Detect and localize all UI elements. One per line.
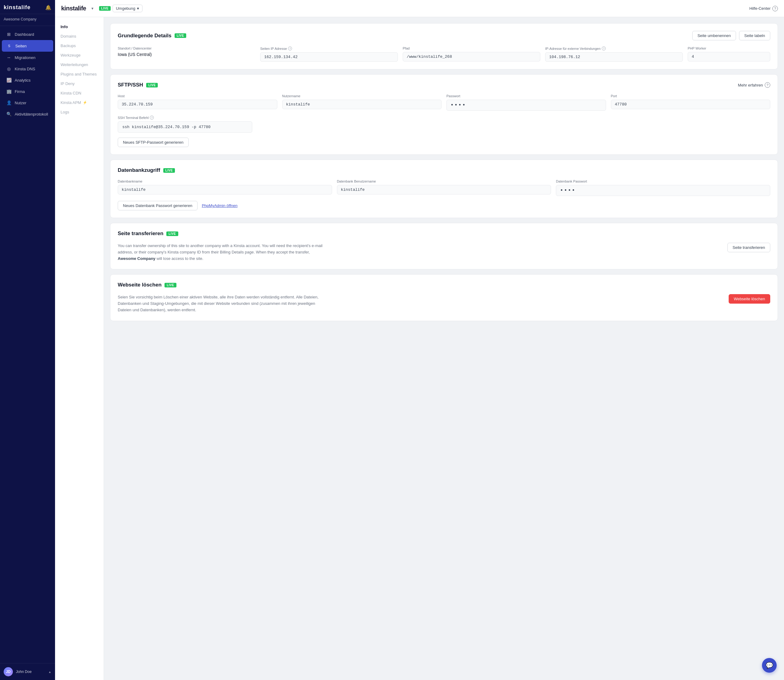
card-header-grundlegende: Grundlegende Details LIVE Seite umbenenn… — [118, 31, 770, 40]
sidebar-footer: JD John Doe ▲ — [0, 663, 55, 680]
page-content: Grundlegende Details LIVE Seite umbenenn… — [104, 17, 784, 680]
env-badge: LIVE Umgebung ▾ — [99, 5, 142, 12]
sidebar-item-dashboard[interactable]: ⊞ Dashboard — [2, 29, 53, 40]
card-grundlegende-details: Grundlegende Details LIVE Seite umbenenn… — [110, 23, 778, 69]
sidebar-item-aktivitaeten[interactable]: 🔍 Aktivitätenprotokoll — [2, 109, 53, 120]
info-circle-ssh-icon: ? — [150, 116, 154, 120]
user-name: John Doe — [16, 670, 45, 674]
sidebar-item-analytics[interactable]: 📈 Analytics — [2, 75, 53, 86]
migrationen-icon: ↔ — [6, 55, 12, 60]
dbname-label: Datenbankname — [118, 179, 332, 183]
btn-phpmyadmin[interactable]: PhpMyAdmin öffnen — [202, 203, 238, 208]
sub-nav-item-info[interactable]: Info — [55, 22, 104, 31]
sidebar-item-firma[interactable]: 🏢 Firma — [2, 86, 53, 97]
btn-transfer[interactable]: Seite transferieren — [727, 243, 770, 252]
chevron-up-icon[interactable]: ▲ — [48, 670, 51, 674]
mehr-erfahren-link[interactable]: Mehr erfahren ? — [738, 82, 770, 88]
field-ip: Seiten IP Adresse ? 162.159.134.42 — [260, 46, 398, 62]
sidebar-item-seiten[interactable]: S Seiten — [2, 40, 53, 52]
chat-icon: 💬 — [766, 662, 773, 669]
card-sftp: SFTP/SSH LIVE Mehr erfahren ? Host 35.22… — [110, 74, 778, 155]
field-sftp-passwort: Passwort •••• — [446, 94, 606, 111]
ssh-label: SSH Terminal Befehl ? — [118, 116, 770, 120]
help-center-link[interactable]: Hilfe-Center ? — [749, 6, 778, 11]
sub-sidebar: Info Domains Backups Werkzeuge Weiterlei… — [55, 17, 104, 680]
kinsta-logo: kinstalife — [4, 4, 31, 11]
sidebar-item-label: Kinsta DNS — [15, 67, 35, 71]
live-badge-sftp: LIVE — [146, 83, 158, 87]
firma-icon: 🏢 — [6, 89, 12, 94]
dbuser-value: kinstalife — [337, 185, 551, 194]
env-chevron-icon: ▾ — [137, 6, 139, 11]
field-pfad: Pfad /www/kinstalife_268 — [403, 46, 540, 62]
ext-ip-value: 104.198.76.12 — [545, 52, 683, 62]
sidebar-item-label: Dashboard — [15, 32, 34, 37]
sidebar-item-label: Seiten — [15, 44, 27, 48]
info-circle-ext-icon: ? — [602, 46, 606, 50]
ssh-terminal-row: SSH Terminal Befehl ? ssh kinstalife@35.… — [118, 116, 770, 133]
ssh-command-value: ssh kinstalife@35.224.70.159 -p 47780 — [118, 121, 252, 133]
sub-nav-item-ip-deny[interactable]: IP Deny — [55, 79, 104, 88]
main-area: kinstalife ▾ LIVE Umgebung ▾ Hilfe-Cente… — [55, 0, 784, 680]
env-selector[interactable]: Umgebung ▾ — [113, 5, 142, 12]
btn-generate-sftp-password[interactable]: Neues SFTP-Passwort generieren — [118, 138, 189, 147]
btn-generate-db-password[interactable]: Neues Datenbank Passwort generieren — [118, 201, 198, 210]
info-circle-icon: ? — [288, 46, 292, 50]
field-host: Host 35.224.70.159 — [118, 94, 277, 111]
card-header-delete: Webseite löschen LIVE — [118, 282, 770, 288]
card-header-sftp: SFTP/SSH LIVE Mehr erfahren ? — [118, 82, 770, 88]
info-grid: Standort / Datencenter Iowa (US Central)… — [118, 46, 770, 62]
notification-icon[interactable]: 🔔 — [45, 5, 51, 10]
db-actions: Neues Datenbank Passwort generieren PhpM… — [118, 201, 770, 210]
sidebar-item-nutzer[interactable]: 👤 Nutzer — [2, 97, 53, 108]
sub-nav-item-werkzeuge[interactable]: Werkzeuge — [55, 50, 104, 60]
sub-nav-item-backups[interactable]: Backups — [55, 41, 104, 50]
site-logo-text: kinstalife — [61, 5, 86, 12]
card-header-datenbank: Datenbankzugriff LIVE — [118, 167, 770, 173]
btn-labeln[interactable]: Seite labeln — [739, 31, 770, 40]
card-transfer: Seite transferieren LIVE You can transfe… — [110, 223, 778, 269]
sftp-title-row: SFTP/SSH LIVE — [118, 82, 158, 88]
card-title-grundlegende: Grundlegende Details — [118, 33, 172, 39]
btn-umbenennen[interactable]: Seite umbenennen — [692, 31, 736, 40]
transfer-body-row: You can transfer ownership of this site … — [118, 243, 770, 262]
live-badge: LIVE — [99, 6, 111, 11]
sub-nav-item-weiterleitungen[interactable]: Weiterleitungen — [55, 60, 104, 69]
sidebar-item-label: Migrationen — [15, 55, 35, 60]
nutzername-value: kinstalife — [282, 100, 442, 109]
card-title-row: Grundlegende Details LIVE — [118, 33, 186, 39]
site-dropdown-icon[interactable]: ▾ — [90, 6, 95, 11]
dbuser-label: Datenbank Benutzername — [337, 179, 551, 183]
sub-nav-item-domains[interactable]: Domains — [55, 31, 104, 41]
btn-delete-site[interactable]: Webseite löschen — [729, 294, 770, 304]
sftp-title: SFTP/SSH — [118, 82, 143, 88]
sub-nav-item-kinsta-cdn[interactable]: Kinsta CDN — [55, 88, 104, 98]
company-name: Awesome Company — [0, 14, 55, 26]
sidebar-item-kinsta-dns[interactable]: ◎ Kinsta DNS — [2, 63, 53, 74]
topbar: kinstalife ▾ LIVE Umgebung ▾ Hilfe-Cente… — [55, 0, 784, 17]
db-title: Datenbankzugriff — [118, 167, 160, 173]
sidebar-item-label: Nutzer — [15, 101, 26, 105]
chat-bubble[interactable]: 💬 — [762, 658, 777, 673]
seiten-icon: S — [6, 43, 12, 49]
sub-nav-item-kinsta-apm[interactable]: Kinsta APM ⚡ — [55, 98, 104, 107]
card-header-transfer: Seite transferieren LIVE — [118, 231, 770, 237]
ip-label: Seiten IP Adresse ? — [260, 46, 398, 50]
sftp-grid: Host 35.224.70.159 Nutzername kinstalife… — [118, 94, 770, 111]
delete-warn: Seien Sie vorsichtig beim Löschen einer … — [118, 294, 326, 313]
ext-ip-label: IP-Adresse für externe Verbindungen ? — [545, 46, 683, 50]
dbpass-label: Datenbank Passwort — [556, 179, 770, 183]
ip-value: 162.159.134.42 — [260, 52, 398, 62]
field-dbpass: Datenbank Passwort •••• — [556, 179, 770, 196]
card-datenbank: Datenbankzugriff LIVE Datenbankname kins… — [110, 160, 778, 218]
live-badge-grundlegende: LIVE — [175, 33, 186, 38]
db-grid: Datenbankname kinstalife Datenbank Benut… — [118, 179, 770, 196]
sidebar-nav: ⊞ Dashboard S Seiten ↔ Migrationen ◎ Kin… — [0, 26, 55, 663]
sub-nav-item-plugins-themes[interactable]: Plugins and Themes — [55, 69, 104, 79]
sidebar-item-migrationen[interactable]: ↔ Migrationen — [2, 52, 53, 63]
field-ext-ip: IP-Adresse für externe Verbindungen ? 10… — [545, 46, 683, 62]
transfer-title-row: Seite transferieren LIVE — [118, 231, 178, 237]
delete-title-row: Webseite löschen LIVE — [118, 282, 176, 288]
sub-nav-item-logs[interactable]: Logs — [55, 107, 104, 117]
pfad-label: Pfad — [403, 46, 540, 50]
